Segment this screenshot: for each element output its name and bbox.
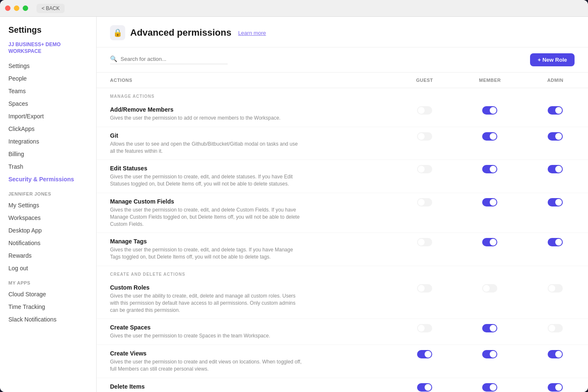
page-title: Advanced permissions (130, 27, 231, 38)
personal-section-label: JENNIFER JONES (0, 186, 96, 199)
sidebar-item-time-tracking[interactable]: Time Tracking (0, 301, 96, 313)
sidebar-item-teams[interactable]: Teams (0, 85, 96, 97)
permissions-table: ACTIONS GUEST MEMBER ADMIN MANAGE ACTION… (97, 72, 588, 392)
section-label: CREATE AND DELETE ACTIONS (97, 266, 588, 279)
member-col-header: MEMBER (457, 73, 523, 88)
member-toggle-cell (457, 279, 523, 319)
sidebar-item-billing[interactable]: Billing (0, 148, 96, 160)
sidebar-item-rewards[interactable]: Rewards (0, 249, 96, 262)
toggle-off-light[interactable] (417, 238, 432, 246)
section-header: MANAGE ACTIONS (97, 88, 588, 102)
close-dot[interactable] (5, 5, 10, 11)
action-name: Manage Tags (110, 238, 385, 245)
toggle-on[interactable] (548, 132, 563, 141)
member-toggle-cell (457, 160, 523, 193)
minimize-dot[interactable] (14, 5, 19, 11)
action-info-cell: Manage Custom FieldsGives the user the p… (97, 193, 392, 233)
toggle-off-light[interactable] (417, 132, 432, 141)
workspace-label: JJ BUSINESS+ DEMO WORKSPACE (0, 42, 96, 60)
learn-more-link[interactable]: Learn more (238, 30, 266, 36)
sidebar-item-desktop-app[interactable]: Desktop App (0, 224, 96, 237)
action-name: Delete Items (110, 383, 385, 390)
table-row: Create SpacesGives the user the permissi… (97, 319, 588, 345)
toggle-on[interactable] (548, 106, 563, 115)
table-row: Custom RolesGives the user the ability t… (97, 279, 588, 319)
sidebar-item-notifications[interactable]: Notifications (0, 237, 96, 249)
table-row: GitAllows the user to see and open the G… (97, 127, 588, 160)
search-input[interactable] (121, 56, 221, 62)
delete-items-wrap: Only if created (529, 383, 581, 392)
lock-icon: 🔒 (110, 25, 125, 40)
sidebar-item-clickapps[interactable]: ClickApps (0, 123, 96, 135)
action-info-cell: Delete ItemsGives the user the permissio… (97, 378, 392, 392)
section-header: CREATE AND DELETE ACTIONS (97, 266, 588, 279)
toggle-on[interactable] (482, 350, 497, 358)
action-info-cell: Edit StatusesGives the user the permissi… (97, 160, 392, 193)
member-toggle-cell (457, 193, 523, 233)
admin-toggle-cell (522, 319, 588, 345)
sidebar-item-my-settings[interactable]: My Settings (0, 199, 96, 212)
sidebar-item-trash[interactable]: Trash (0, 160, 96, 173)
toggle-on[interactable] (548, 198, 563, 206)
sidebar-item-slack-notifications[interactable]: Slack Notifications (0, 313, 96, 326)
toggle-off-light[interactable] (417, 324, 432, 332)
toggle-off-light[interactable] (417, 284, 432, 293)
toggle-off-light[interactable] (548, 324, 563, 332)
action-desc: Gives the user the permission to create,… (110, 246, 303, 261)
action-desc: Allows the user to see and open the Gith… (110, 141, 303, 155)
delete-items-wrap: Only if created (399, 383, 451, 392)
section-label: MANAGE ACTIONS (97, 88, 588, 102)
member-toggle-cell: Only if created (457, 378, 523, 392)
member-toggle-cell (457, 319, 523, 345)
toggle-on[interactable] (417, 350, 432, 358)
apps-section-label: MY APPS (0, 274, 96, 288)
action-name: Custom Roles (110, 284, 385, 291)
toggle-on[interactable] (482, 198, 497, 206)
member-toggle-cell (457, 233, 523, 266)
sidebar-item-cloud-storage[interactable]: Cloud Storage (0, 288, 96, 301)
back-button[interactable]: < BACK (37, 4, 65, 13)
sidebar-item-workspaces[interactable]: Workspaces (0, 212, 96, 224)
toggle-off-light[interactable] (417, 106, 432, 115)
action-info-cell: Create SpacesGives the user the permissi… (97, 319, 392, 345)
action-desc: Gives the user the permission to add or … (110, 115, 303, 122)
sidebar-item-settings[interactable]: Settings (0, 60, 96, 72)
toggle-off-light[interactable] (548, 284, 563, 293)
sidebar-item-log-out[interactable]: Log out (0, 262, 96, 274)
guest-toggle-cell (392, 233, 457, 266)
sidebar-item-people[interactable]: People (0, 72, 96, 85)
toggle-on[interactable] (548, 165, 563, 173)
action-desc: Gives the user the permission to create,… (110, 206, 303, 227)
toggle-on[interactable] (548, 350, 563, 358)
sidebar-item-security-permissions[interactable]: Security & Permissions (0, 173, 96, 186)
toggle-on[interactable] (482, 238, 497, 246)
guest-toggle-cell (392, 279, 457, 319)
sidebar-item-import-export[interactable]: Import/Export (0, 110, 96, 123)
toggle-on[interactable] (482, 383, 497, 392)
guest-toggle-cell (392, 345, 457, 378)
toggle-on[interactable] (548, 383, 563, 392)
member-toggle-cell (457, 345, 523, 378)
guest-toggle-cell: Only if created (392, 378, 457, 392)
action-desc: Gives the user the ability to create, ed… (110, 293, 303, 314)
sidebar-item-spaces[interactable]: Spaces (0, 97, 96, 110)
toggle-on[interactable] (482, 106, 497, 115)
new-role-button[interactable]: + New Role (530, 53, 575, 66)
toggle-off-light[interactable] (417, 198, 432, 206)
action-name: Git (110, 132, 385, 139)
toggle-on[interactable] (417, 383, 432, 392)
toggle-on[interactable] (482, 324, 497, 332)
sidebar: Settings JJ BUSINESS+ DEMO WORKSPACE Set… (0, 17, 97, 392)
toggle-on[interactable] (482, 132, 497, 141)
titlebar: < BACK (0, 0, 588, 17)
toggle-off-light[interactable] (482, 284, 497, 293)
toggle-on[interactable] (482, 165, 497, 173)
table-row: Create ViewsGives the user the permissio… (97, 345, 588, 378)
sidebar-item-integrations[interactable]: Integrations (0, 135, 96, 148)
toggle-off-light[interactable] (417, 165, 432, 173)
maximize-dot[interactable] (23, 5, 28, 11)
app-window: < BACK Settings JJ BUSINESS+ DEMO WORKSP… (0, 0, 588, 392)
admin-toggle-cell (522, 160, 588, 193)
member-toggle-cell (457, 127, 523, 160)
toggle-on[interactable] (548, 238, 563, 246)
